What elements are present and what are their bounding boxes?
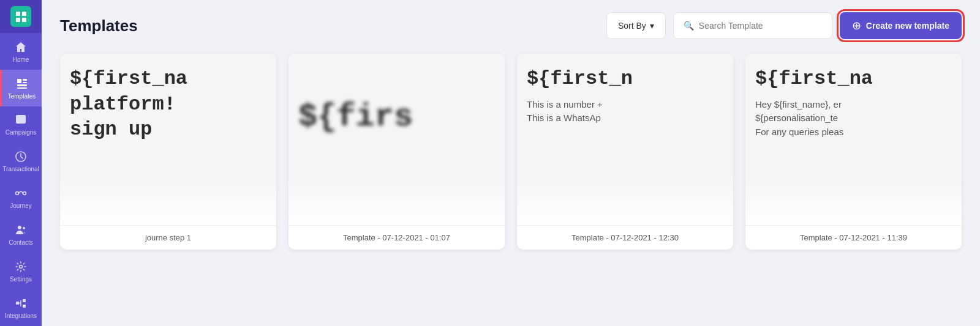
sidebar-logo — [0, 0, 42, 33]
sidebar-item-journey-label: Journey — [10, 202, 32, 209]
preview-text-small-3: This is a number +This is a WhatsAp — [527, 98, 723, 125]
svg-rect-2 — [23, 82, 27, 83]
sidebar-item-contacts[interactable]: Contacts — [0, 217, 42, 253]
svg-rect-13 — [23, 305, 26, 308]
logo-icon — [10, 6, 31, 27]
page-title: Templates — [60, 17, 138, 35]
templates-grid: ${first_naplatform!sign up journe step 1… — [60, 54, 962, 250]
card-footer-2: Template - 07-12-2021 - 01:07 — [288, 225, 505, 250]
settings-icon — [14, 260, 28, 273]
sidebar-item-settings-label: Settings — [10, 276, 32, 283]
card-footer-4: Template - 07-12-2021 - 11:39 — [745, 225, 962, 250]
card-footer-1: journe step 1 — [60, 225, 276, 250]
search-input[interactable] — [699, 21, 822, 31]
search-box: 🔍 — [673, 12, 832, 39]
template-name-3: Template - 07-12-2021 - 12:30 — [571, 233, 679, 242]
svg-point-7 — [23, 192, 26, 195]
card-preview-fade-4 — [745, 176, 962, 225]
sort-by-button[interactable]: Sort By ▾ — [606, 12, 666, 39]
sidebar-item-templates-label: Templates — [8, 93, 36, 100]
sidebar-item-settings[interactable]: Settings — [0, 253, 42, 289]
card-footer-3: Template - 07-12-2021 - 12:30 — [517, 225, 733, 250]
card-preview-1: ${first_naplatform!sign up — [60, 54, 276, 225]
sidebar-item-integrations[interactable]: Integrations — [0, 289, 42, 326]
svg-rect-4 — [17, 87, 27, 89]
campaigns-icon — [14, 113, 28, 127]
card-preview-3: ${first_n This is a number +This is a Wh… — [517, 54, 733, 225]
template-name-1: journe step 1 — [145, 233, 191, 242]
sidebar-item-transactional-label: Transactional — [2, 166, 39, 172]
svg-point-6 — [16, 192, 19, 195]
sidebar-item-templates[interactable]: Templates — [0, 70, 42, 106]
transactional-icon — [14, 150, 28, 163]
svg-point-10 — [20, 265, 23, 268]
template-card-4[interactable]: ${first_na Hey ${first_name}, er${person… — [745, 54, 962, 250]
card-preview-2: ${firs — [288, 54, 505, 225]
card-preview-fade-3 — [517, 176, 733, 225]
preview-text-small-4: Hey ${first_name}, er${personalisation_t… — [755, 98, 952, 139]
sidebar-item-integrations-label: Integrations — [5, 313, 37, 319]
search-icon: 🔍 — [684, 21, 694, 31]
svg-rect-3 — [17, 84, 27, 86]
sidebar-item-campaigns[interactable]: Campaigns — [0, 106, 42, 143]
preview-text-large-3: ${first_n — [527, 66, 723, 92]
sort-by-label: Sort By — [618, 21, 646, 31]
card-preview-4: ${first_na Hey ${first_name}, er${person… — [745, 54, 962, 225]
svg-point-9 — [23, 227, 25, 229]
main-content: Templates Sort By ▾ 🔍 ⊕ Create new templ… — [42, 0, 980, 326]
preview-text-large-4: ${first_na — [755, 66, 952, 92]
svg-rect-0 — [17, 79, 21, 83]
create-new-template-button[interactable]: ⊕ Create new template — [840, 12, 962, 39]
template-card-3[interactable]: ${first_n This is a number +This is a Wh… — [517, 54, 733, 250]
svg-point-8 — [18, 226, 21, 229]
sidebar-item-campaigns-label: Campaigns — [6, 129, 37, 136]
sidebar-item-home-label: Home — [13, 56, 29, 63]
preview-text-large-2: ${firs — [298, 66, 495, 138]
page-header: Templates Sort By ▾ 🔍 ⊕ Create new templ… — [60, 12, 962, 39]
header-actions: Sort By ▾ 🔍 ⊕ Create new template — [606, 12, 962, 39]
chevron-down-icon: ▾ — [650, 21, 654, 31]
plus-icon: ⊕ — [852, 19, 861, 32]
template-card-2[interactable]: ${firs Template - 07-12-2021 - 01:07 — [288, 54, 505, 250]
template-name-2: Template - 07-12-2021 - 01:07 — [343, 233, 450, 242]
template-name-4: Template - 07-12-2021 - 11:39 — [800, 233, 907, 242]
sidebar-item-contacts-label: Contacts — [9, 239, 32, 246]
journey-icon — [14, 187, 28, 200]
template-card-1[interactable]: ${first_naplatform!sign up journe step 1 — [60, 54, 276, 250]
svg-rect-1 — [23, 79, 27, 81]
sidebar-item-transactional[interactable]: Transactional — [0, 143, 42, 180]
preview-text-large-1: ${first_naplatform!sign up — [70, 66, 266, 143]
contacts-icon — [14, 223, 28, 237]
card-preview-fade-1 — [60, 176, 276, 225]
card-preview-fade-2 — [288, 176, 505, 225]
svg-rect-12 — [23, 299, 26, 302]
templates-icon — [15, 77, 29, 91]
sidebar: Home Templates Campaigns — [0, 0, 42, 326]
integrations-icon — [14, 297, 28, 310]
sidebar-item-journey[interactable]: Journey — [0, 180, 42, 217]
create-button-label: Create new template — [866, 21, 949, 31]
sidebar-item-home[interactable]: Home — [0, 33, 42, 70]
home-icon — [14, 40, 28, 54]
